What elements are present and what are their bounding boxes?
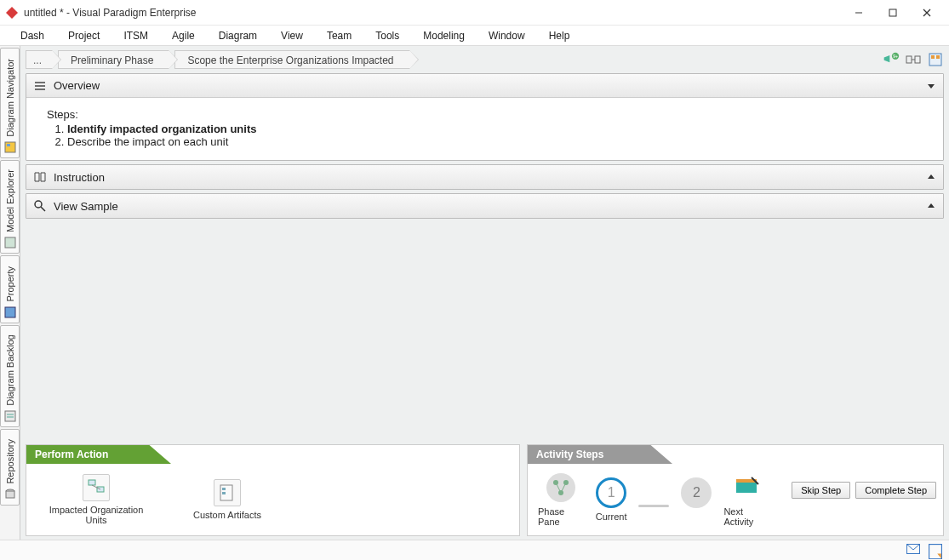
svg-rect-20 [931, 55, 935, 59]
svg-rect-42 [736, 481, 757, 493]
sidetab-repository[interactable]: Repository [0, 429, 20, 506]
svg-marker-29 [928, 203, 935, 208]
menu-window[interactable]: Window [477, 26, 537, 45]
step-phase-pane[interactable]: Phase Pane [538, 472, 584, 527]
sidetab-label: Diagram Backlog [5, 333, 15, 408]
menu-agile[interactable]: Agile [160, 26, 207, 45]
sidetab-property[interactable]: Property [0, 255, 20, 323]
app-icon [5, 6, 19, 20]
sidetab-diagram-navigator[interactable]: Diagram Navigator [0, 48, 20, 158]
svg-rect-2 [889, 9, 896, 16]
diagram-backlog-icon [3, 409, 17, 423]
breadcrumb: ... Preliminary Phase Scope the Enterpri… [26, 50, 883, 69]
menu-dash[interactable]: Dash [9, 26, 56, 45]
sidetab-diagram-backlog[interactable]: Diagram Backlog [0, 325, 20, 427]
menu-view[interactable]: View [269, 26, 315, 45]
chevron-up-icon [926, 172, 936, 182]
menu-icon [33, 79, 47, 93]
sidetab-label: Repository [5, 437, 15, 486]
phase-pane-icon [546, 472, 576, 503]
svg-rect-6 [7, 144, 10, 146]
svg-marker-25 [928, 84, 935, 89]
minimize-button[interactable] [842, 1, 876, 25]
step-next-activity[interactable]: Next Activity [723, 472, 769, 527]
panel-instruction-header[interactable]: Instruction [26, 165, 943, 189]
panel-overview: Overview Steps: Identify impacted organi… [26, 73, 944, 161]
svg-rect-17 [915, 56, 920, 63]
activity-steps-card: Activity Steps Phase Pane 1 Current 2 [527, 444, 944, 536]
sidetab-model-explorer[interactable]: Model Explorer [0, 160, 20, 254]
close-button[interactable] [910, 1, 944, 25]
panel-overview-header[interactable]: Overview [26, 74, 943, 98]
note-icon[interactable] [929, 544, 942, 557]
activity-steps-header: Activity Steps [528, 445, 672, 464]
breadcrumb-row: ... Preliminary Phase Scope the Enterpri… [26, 49, 944, 70]
chevron-down-icon [926, 81, 936, 91]
menu-help[interactable]: Help [537, 26, 582, 45]
svg-point-27 [35, 201, 42, 208]
svg-rect-8 [5, 307, 15, 317]
step-current[interactable]: 1 Current [596, 477, 627, 522]
next-step-circle: 2 [681, 477, 712, 508]
menu-diagram[interactable]: Diagram [207, 26, 269, 45]
svg-marker-0 [6, 7, 18, 19]
menu-itsm[interactable]: ITSM [111, 26, 160, 45]
book-icon [33, 170, 47, 184]
next-activity-icon [731, 472, 762, 503]
repository-icon [3, 488, 17, 501]
breadcrumb-root[interactable]: ... [26, 50, 53, 69]
chevron-up-icon [926, 201, 936, 211]
menubar: Dash Project ITSM Agile Diagram View Tea… [0, 26, 949, 46]
panel-title: Overview [54, 79, 926, 92]
step-label: Phase Pane [538, 506, 584, 527]
side-tabs: Diagram Navigator Model Explorer Propert… [0, 46, 20, 540]
complete-step-button[interactable]: Complete Step [855, 482, 936, 499]
panel-overview-body: Steps: Identify impacted organization un… [26, 98, 943, 160]
grid-icon[interactable] [927, 52, 944, 67]
artifacts-icon [214, 479, 241, 506]
action-custom-artifacts[interactable]: Custom Artifacts [168, 476, 287, 523]
skip-step-button[interactable]: Skip Step [792, 482, 850, 499]
svg-rect-46 [929, 544, 942, 558]
svg-point-36 [546, 473, 575, 502]
titlebar: untitled * - Visual Paradigm Enterprise [0, 0, 949, 26]
panel-view-sample: View Sample [26, 193, 944, 219]
panel-title: Instruction [54, 171, 926, 184]
action-impacted-org-units[interactable]: Impacted Organization Units [37, 471, 156, 529]
breadcrumb-item[interactable]: Scope the Enterprise Organizations Impac… [174, 50, 409, 69]
megaphone-icon[interactable]: 9+ [883, 52, 900, 67]
step-label [695, 511, 698, 522]
org-units-icon [83, 474, 110, 501]
maximize-button[interactable] [876, 1, 910, 25]
menu-project[interactable]: Project [56, 26, 111, 45]
menu-modeling[interactable]: Modeling [411, 26, 477, 45]
breadcrumb-item[interactable]: Preliminary Phase [58, 50, 169, 69]
svg-rect-21 [936, 55, 940, 59]
svg-rect-16 [906, 56, 912, 63]
step-label: Next Activity [723, 506, 769, 527]
diagram-navigator-icon [3, 140, 17, 154]
menu-tools[interactable]: Tools [363, 26, 411, 45]
svg-rect-5 [5, 142, 15, 152]
property-icon [3, 306, 17, 319]
svg-text:9+: 9+ [893, 54, 898, 59]
panel-view-sample-header[interactable]: View Sample [26, 194, 943, 218]
step-next[interactable]: 2 [681, 477, 712, 522]
step-label: Current [596, 511, 627, 522]
search-icon [33, 199, 47, 213]
mail-icon[interactable] [906, 544, 920, 557]
overview-step: Identify impacted organization units [67, 123, 923, 135]
perform-action-card: Perform Action Impacted Organization Uni… [26, 444, 520, 536]
sidetab-label: Diagram Navigator [5, 57, 15, 139]
menu-team[interactable]: Team [315, 26, 363, 45]
layout-icon[interactable] [905, 52, 922, 67]
svg-rect-30 [89, 480, 95, 485]
sidetab-label: Property [5, 265, 15, 304]
svg-marker-47 [937, 553, 941, 558]
svg-rect-7 [5, 237, 15, 248]
svg-rect-9 [5, 411, 15, 421]
panel-title: View Sample [54, 200, 926, 213]
svg-rect-34 [222, 488, 226, 490]
svg-line-28 [41, 207, 45, 211]
action-label: Impacted Organization Units [42, 505, 151, 525]
